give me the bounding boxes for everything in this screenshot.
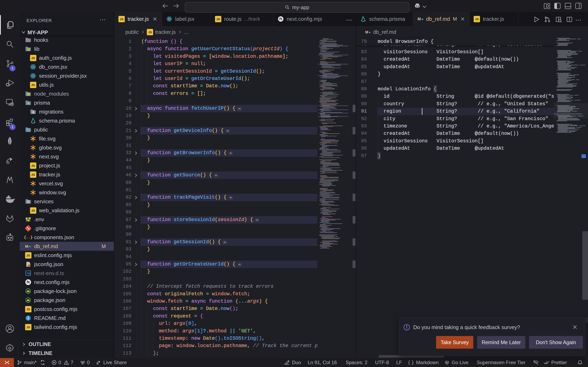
svg-text:JS: JS (27, 290, 29, 292)
svg-text:M: M (25, 244, 28, 249)
svg-text:JS: JS (28, 264, 30, 267)
svg-text:M: M (417, 17, 421, 21)
svg-text:JS: JS (27, 299, 29, 301)
svg-text:M: M (365, 30, 368, 34)
svg-text:TS: TS (27, 272, 30, 275)
